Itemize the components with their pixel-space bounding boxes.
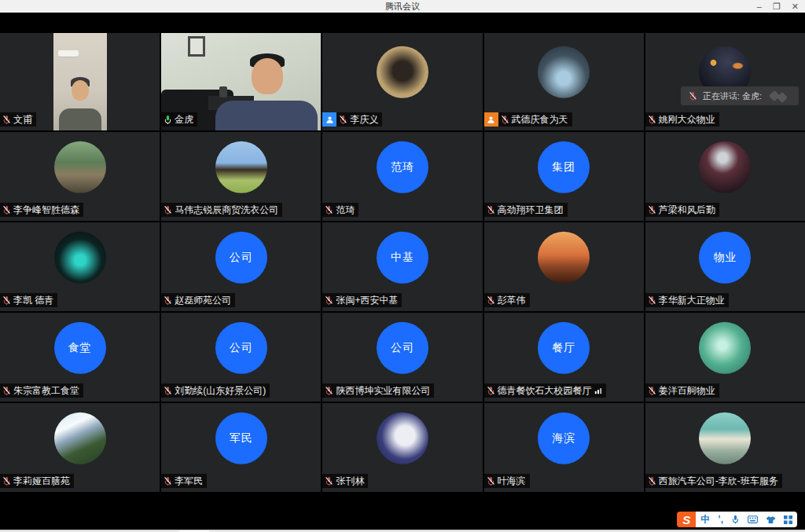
ime-toolbox-icon[interactable] xyxy=(784,515,792,524)
participant-name: 芦梁和风后勤 xyxy=(659,204,715,217)
participant-tile[interactable]: 马伟志锐辰商贸洗衣公司 xyxy=(161,132,321,221)
participant-tile[interactable]: 餐厅 德青餐饮石大校园餐厅 xyxy=(484,313,644,402)
participant-name: 朱宗富教工食堂 xyxy=(13,384,79,398)
maximize-button[interactable]: ❐ xyxy=(773,0,781,13)
participant-tile[interactable]: 彭革伟 xyxy=(484,222,644,311)
avatar xyxy=(377,46,428,97)
participant-tile[interactable]: 范琦 范琦 xyxy=(322,132,482,221)
participant-tile[interactable]: 李庆义 xyxy=(322,33,482,130)
sogou-ime-bar[interactable]: S 中 ’, xyxy=(677,512,797,527)
mic-muted-icon xyxy=(325,205,333,215)
avatar: 公司 xyxy=(215,321,267,373)
mic-muted-icon xyxy=(2,386,11,396)
close-button[interactable]: ✕ xyxy=(792,0,799,13)
video-feed-portrait xyxy=(53,33,107,130)
avatar: 餐厅 xyxy=(538,321,590,373)
participant-name: 李争峰智胜德森 xyxy=(13,204,79,217)
participant-tile[interactable]: 金虎 xyxy=(161,33,321,130)
mic-muted-icon xyxy=(339,115,347,125)
participant-label: 李莉娅百膳苑 xyxy=(0,474,74,488)
mic-muted-icon xyxy=(2,115,11,125)
sogou-logo-icon[interactable]: S xyxy=(677,512,696,527)
mic-muted-icon xyxy=(2,476,11,486)
participant-label: 张闽+西安中基 xyxy=(322,293,402,307)
participant-label: 武德庆食为天 xyxy=(484,112,572,127)
participant-label: 德青餐饮石大校园餐厅 xyxy=(484,383,606,398)
avatar: 物业 xyxy=(699,231,751,283)
picture-frame xyxy=(188,36,205,57)
mic-muted-icon xyxy=(2,205,11,215)
ime-keyboard-icon[interactable] xyxy=(748,515,758,523)
participant-label: 芦梁和风后勤 xyxy=(645,203,719,217)
participant-label: 叶海滨 xyxy=(484,474,530,488)
avatar: 集团 xyxy=(538,141,590,193)
air-conditioner xyxy=(58,50,79,57)
participant-tile[interactable]: 李凯 德青 xyxy=(0,222,160,311)
participant-label: 李争峰智胜德森 xyxy=(0,203,83,217)
participant-tile[interactable]: 李争峰智胜德森 xyxy=(0,132,160,221)
meeting-main-area: 文甫 金虎 xyxy=(0,33,805,530)
participant-label: 张刊林 xyxy=(322,474,368,488)
participant-name: 高劲翔环卫集团 xyxy=(498,204,564,217)
participant-name: 文甫 xyxy=(13,113,32,127)
avatar: 中基 xyxy=(377,231,428,283)
avatar xyxy=(377,412,428,464)
participant-name: 李凯 德青 xyxy=(13,294,53,307)
participant-tile[interactable]: 姜洋百舸物业 xyxy=(645,313,805,402)
mic-muted-icon xyxy=(487,205,495,215)
participant-tile[interactable]: 张刊林 xyxy=(322,403,482,492)
participant-label: 李华新大正物业 xyxy=(645,293,729,307)
participant-tile[interactable]: 武德庆食为天 xyxy=(484,33,644,130)
participant-name: 西旅汽车公司-李欣-班车服务 xyxy=(659,475,778,488)
mic-muted-icon xyxy=(2,295,11,306)
ime-mode-toggle[interactable]: 中 xyxy=(700,513,710,526)
participant-tile[interactable]: 正在讲话: 金虎: 姚刚大众物业 xyxy=(645,33,805,130)
tencent-meeting-window: 腾讯会议 – ❐ ✕ 文甫 xyxy=(0,0,805,532)
participant-label: 彭革伟 xyxy=(484,293,530,307)
mic-muted-icon xyxy=(648,476,656,486)
mic-muted-icon xyxy=(487,295,495,306)
participant-label: 朱宗富教工食堂 xyxy=(0,383,83,398)
avatar xyxy=(538,46,590,97)
mic-muted-icon xyxy=(501,115,509,125)
ime-skin-icon[interactable] xyxy=(766,515,776,524)
participant-tile[interactable]: 军民 李军民 xyxy=(161,403,321,492)
mic-muted-icon xyxy=(164,205,172,215)
mic-muted-icon xyxy=(164,295,172,306)
participant-name: 德青餐饮石大校园餐厅 xyxy=(498,384,592,398)
mic-muted-icon xyxy=(325,295,333,306)
mic-on-icon xyxy=(164,115,172,125)
participant-tile[interactable]: 芦梁和风后勤 xyxy=(645,132,805,221)
participant-tile[interactable]: 食堂 朱宗富教工食堂 xyxy=(0,313,160,402)
ime-microphone-icon[interactable] xyxy=(731,515,740,524)
participant-label: 刘勤续(山东好景公司) xyxy=(161,383,270,398)
participant-name: 金虎 xyxy=(175,113,193,127)
participant-tile[interactable]: 西旅汽车公司-李欣-班车服务 xyxy=(645,403,805,492)
mic-muted-icon xyxy=(648,386,656,396)
ime-punctuation-toggle[interactable]: ’, xyxy=(718,514,723,525)
avatar: 海滨 xyxy=(538,412,590,464)
participant-label: 李庆义 xyxy=(322,112,382,127)
participant-name: 刘勤续(山东好景公司) xyxy=(175,384,266,398)
participant-tile[interactable]: 李莉娅百膳苑 xyxy=(0,403,160,492)
minimize-button[interactable]: – xyxy=(757,0,762,13)
avatar xyxy=(538,231,590,283)
title-bar: 腾讯会议 – ❐ ✕ xyxy=(0,0,805,13)
participant-tile[interactable]: 海滨 叶海滨 xyxy=(484,403,644,492)
participant-label: 姜洋百舸物业 xyxy=(645,383,719,398)
speaking-toast: 正在讲话: 金虎: xyxy=(681,86,799,105)
participant-name: 李军民 xyxy=(175,475,203,488)
participant-tile[interactable]: 物业 李华新大正物业 xyxy=(645,222,805,311)
participant-label: 姚刚大众物业 xyxy=(645,112,719,127)
participant-tile[interactable]: 中基 张闽+西安中基 xyxy=(322,222,482,311)
role-badge-icon xyxy=(322,112,336,127)
participant-tile[interactable]: 公司 陕西博坤实业有限公司 xyxy=(322,313,482,402)
avatar: 公司 xyxy=(377,321,428,373)
mic-muted-icon xyxy=(487,386,495,396)
participant-tile[interactable]: 文甫 xyxy=(0,33,160,130)
participant-tile[interactable]: 公司 赵磊师苑公司 xyxy=(161,222,321,311)
participant-tile[interactable]: 公司 刘勤续(山东好景公司) xyxy=(161,313,321,402)
avatar xyxy=(699,321,751,373)
participant-tile[interactable]: 集团 高劲翔环卫集团 xyxy=(484,132,644,221)
participant-label: 陕西博坤实业有限公司 xyxy=(322,383,434,398)
